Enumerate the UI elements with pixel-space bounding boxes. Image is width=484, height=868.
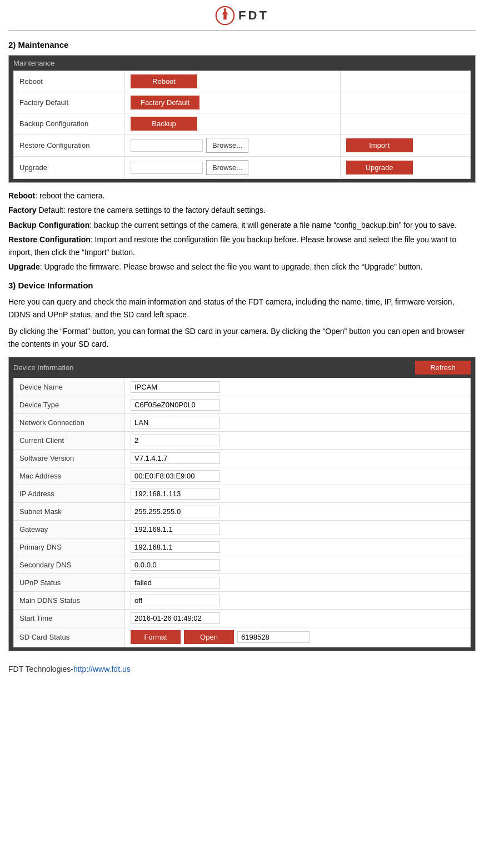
maint-label-backup: Backup Configuration [14, 113, 125, 134]
upgrade-button[interactable]: Upgrade [346, 161, 413, 174]
table-row: SD Card Status Format Open 6198528 [14, 627, 471, 647]
info-value-device-name: IPCAM [125, 378, 471, 396]
logo-text: FDT [238, 8, 269, 23]
page-header: FDT [8, 6, 476, 31]
ip-address-value: 192.168.1.113 [131, 488, 219, 500]
maintenance-heading: 2) Maintenance [8, 40, 476, 49]
upgrade-file-input[interactable] [131, 162, 203, 174]
maint-action-factory: Factory Default [125, 92, 341, 113]
info-value-mac-address: 00:E0:F8:03:E9:00 [125, 467, 471, 485]
restore-file-input[interactable] [131, 139, 203, 152]
software-version-value: V7.1.4.1.7 [131, 452, 219, 464]
network-connection-value: LAN [131, 417, 219, 428]
gateway-value: 192.168.1.1 [131, 523, 219, 535]
maint-label-upgrade: Upgrade [14, 157, 125, 179]
table-row: Device Type C6F0SeZ0N0P0L0 [14, 396, 471, 413]
table-row: Network Connection LAN [14, 413, 471, 431]
svg-rect-2 [223, 14, 226, 19]
table-row: Restore Configuration Browse... Import [14, 134, 471, 157]
info-value-network-connection: LAN [125, 413, 471, 431]
device-info-box-title: Device Information [13, 363, 73, 372]
table-row: Current Client 2 [14, 431, 471, 449]
maint-action-reboot: Reboot [125, 71, 341, 92]
svg-point-3 [224, 8, 227, 11]
table-row: Mac Address 00:E0:F8:03:E9:00 [14, 467, 471, 485]
info-label-subnet-mask: Subnet Mask [14, 502, 125, 520]
device-info-heading: 3) Device Information [8, 281, 476, 290]
info-value-sd-card-status: Format Open 6198528 [125, 627, 471, 647]
factory-default-button[interactable]: Factory Default [131, 96, 199, 109]
table-row: UPnP Status failed [14, 573, 471, 591]
maintenance-table: Reboot Reboot Factory Default Factory De… [13, 71, 471, 179]
footer-link[interactable]: http://www.fdt.us [73, 665, 131, 674]
desc-upgrade: Upgrade: Upgrade the firmware. Please br… [8, 261, 476, 273]
info-value-upnp-status: failed [125, 573, 471, 591]
maint-label-factory: Factory Default [14, 92, 125, 113]
maint-action-upgrade: Browse... [125, 157, 341, 179]
backup-button[interactable]: Backup [131, 117, 197, 131]
refresh-button[interactable]: Refresh [415, 361, 471, 375]
table-row: Primary DNS 192.168.1.1 [14, 538, 471, 556]
table-row: Upgrade Browse... Upgrade [14, 157, 471, 179]
info-label-network-connection: Network Connection [14, 413, 125, 431]
info-label-sd-card-status: SD Card Status [14, 627, 125, 647]
table-row: Start Time 2016-01-26 01:49:02 [14, 609, 471, 627]
table-row: Device Name IPCAM [14, 378, 471, 396]
desc-reboot: Reboot: reboot the camera. [8, 189, 476, 202]
table-row: IP Address 192.168.1.113 [14, 485, 471, 502]
subnet-mask-value: 255.255.255.0 [131, 506, 219, 517]
start-time-value: 2016-01-26 01:49:02 [131, 612, 219, 624]
info-value-ip-address: 192.168.1.113 [125, 485, 471, 502]
upgrade-browse-button[interactable]: Browse... [206, 160, 248, 175]
info-label-upnp-status: UPnP Status [14, 573, 125, 591]
device-type-value: C6F0SeZ0N0P0L0 [131, 399, 219, 411]
info-label-mac-address: Mac Address [14, 467, 125, 485]
format-button[interactable]: Format [131, 630, 181, 644]
info-value-start-time: 2016-01-26 01:49:02 [125, 609, 471, 627]
maint-label-restore: Restore Configuration [14, 134, 125, 157]
desc-factory: Factory Default: restore the camera sett… [8, 204, 476, 216]
info-label-ip-address: IP Address [14, 485, 125, 502]
info-label-gateway: Gateway [14, 520, 125, 538]
open-button[interactable]: Open [184, 630, 234, 644]
device-name-value: IPCAM [131, 381, 219, 393]
import-button[interactable]: Import [346, 138, 413, 152]
desc-backup: Backup Configuration: backup the current… [8, 219, 476, 231]
maint-action-backup: Backup [125, 113, 341, 134]
maint-action-restore: Browse... [125, 134, 341, 157]
info-label-software-version: Software Version [14, 449, 125, 467]
maint-label-reboot: Reboot [14, 71, 125, 92]
maintenance-descriptions: Reboot: reboot the camera. Factory Defau… [8, 189, 476, 273]
device-info-intro: Here you can query and check the main in… [8, 296, 476, 321]
device-info-header: Device Information Refresh [13, 361, 471, 375]
info-label-start-time: Start Time [14, 609, 125, 627]
info-label-device-type: Device Type [14, 396, 125, 413]
reboot-button[interactable]: Reboot [131, 74, 197, 88]
maintenance-box: Maintenance Reboot Reboot Factory Defaul… [8, 55, 476, 183]
device-info-format-desc: By clicking the “Format” button, you can… [8, 325, 476, 350]
info-value-primary-dns: 192.168.1.1 [125, 538, 471, 556]
info-value-secondary-dns: 0.0.0.0 [125, 556, 471, 573]
fdt-logo-icon [215, 6, 235, 26]
info-value-device-type: C6F0SeZ0N0P0L0 [125, 396, 471, 413]
table-row: Software Version V7.1.4.1.7 [14, 449, 471, 467]
table-row: Backup Configuration Backup [14, 113, 471, 134]
main-ddns-value: off [131, 595, 219, 606]
table-row: Main DDNS Status off [14, 591, 471, 609]
maintenance-box-title: Maintenance [13, 59, 471, 67]
secondary-dns-value: 0.0.0.0 [131, 559, 219, 571]
info-label-secondary-dns: Secondary DNS [14, 556, 125, 573]
table-row: Gateway 192.168.1.1 [14, 520, 471, 538]
table-row: Factory Default Factory Default [14, 92, 471, 113]
info-label-main-ddns: Main DDNS Status [14, 591, 125, 609]
current-client-value: 2 [131, 435, 219, 446]
upnp-status-value: failed [131, 577, 219, 588]
info-value-main-ddns: off [125, 591, 471, 609]
table-row: Secondary DNS 0.0.0.0 [14, 556, 471, 573]
info-value-software-version: V7.1.4.1.7 [125, 449, 471, 467]
info-label-device-name: Device Name [14, 378, 125, 396]
info-value-current-client: 2 [125, 431, 471, 449]
info-value-subnet-mask: 255.255.255.0 [125, 502, 471, 520]
sd-card-space-value: 6198528 [237, 631, 310, 643]
restore-browse-button[interactable]: Browse... [206, 138, 248, 153]
